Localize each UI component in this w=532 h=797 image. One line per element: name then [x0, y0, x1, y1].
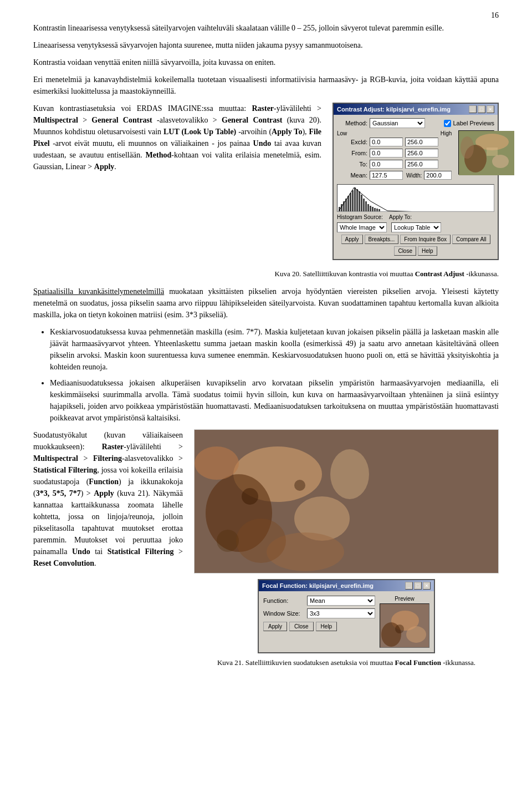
focal-help-button[interactable]: Help — [316, 622, 337, 631]
svg-rect-5 — [487, 148, 494, 156]
focal-minimize-btn[interactable]: _ — [405, 582, 413, 590]
svg-point-34 — [242, 488, 258, 505]
maximize-btn[interactable]: □ — [478, 105, 485, 113]
mean-input[interactable] — [370, 171, 403, 180]
function-row: Function: Mean — [263, 596, 375, 606]
function-select[interactable]: Mean — [307, 596, 375, 606]
paragraph-4: Eri menetelmiä ja kanavayhdistelmiä koke… — [33, 74, 499, 97]
svg-rect-16 — [359, 191, 360, 212]
titlebar-buttons: _ □ × — [469, 105, 494, 113]
svg-point-36 — [217, 530, 239, 552]
from-value-input[interactable] — [370, 149, 403, 158]
bottom-col-image: Focal Function: kilpisjarvi_eurefin.img … — [194, 429, 499, 674]
close-btn[interactable]: × — [487, 105, 494, 113]
contrast-adjust-dialog[interactable]: Contrast Adjust: kilpisjarvi_eurefin.img… — [332, 103, 499, 260]
svg-rect-18 — [363, 199, 365, 212]
svg-rect-15 — [356, 189, 358, 212]
excld-label: Excld: — [337, 139, 367, 145]
from-label: From: — [337, 150, 367, 156]
dialog-buttons-row: Apply Breakpts... From Inquire Box Compa… — [337, 235, 494, 244]
svg-point-41 — [395, 625, 404, 633]
high-label: High — [441, 130, 452, 136]
paragraph-2: Lineaarisessa venytyksessä sävyarvojen h… — [33, 39, 499, 51]
window-size-label: Window Size: — [263, 610, 305, 617]
paragraph-3: Kontrastia voidaan venyttää eniten niill… — [33, 57, 499, 68]
col-text: Kuvan kontrastiasetuksia voi ERDAS IMAGI… — [33, 103, 321, 260]
dialog-title: Contrast Adjust: kilpisjarvi_eurefin.img — [337, 106, 451, 113]
function-label: Function: — [263, 597, 305, 604]
width-label: Width: — [406, 172, 422, 179]
to-label: To: — [337, 161, 367, 167]
svg-rect-11 — [347, 196, 349, 212]
to-from-input[interactable] — [370, 160, 403, 169]
svg-rect-22 — [372, 207, 374, 212]
svg-rect-23 — [374, 208, 376, 212]
help-button[interactable]: Help — [418, 246, 437, 256]
svg-point-35 — [294, 480, 305, 491]
focal-titlebar-buttons: _ □ × — [405, 582, 431, 590]
excld-row: Excld: — [337, 138, 452, 146]
focal-apply-button[interactable]: Apply — [263, 622, 287, 631]
mean-label: Mean: — [337, 172, 367, 179]
close-button[interactable]: Close — [394, 246, 416, 256]
focal-close-button[interactable]: Close — [289, 622, 314, 631]
focal-titlebar: Focal Function: kilpisjarvi_eurefin.img … — [259, 580, 434, 591]
breakpts-button[interactable]: Breakpts... — [365, 235, 399, 244]
excld-to-input[interactable] — [405, 138, 438, 146]
preview-label: Preview — [380, 596, 429, 602]
apply-to-label: Apply To: — [389, 214, 422, 220]
svg-rect-24 — [376, 209, 378, 212]
bottom-col-text: Suodatustyökalut (kuvan väliaikaiseen mu… — [33, 429, 183, 674]
from-inquire-button[interactable]: From Inquire Box — [400, 235, 451, 244]
histogram-source-label: Histogram Source: — [337, 214, 387, 220]
focal-maximize-btn[interactable]: □ — [414, 582, 422, 590]
svg-rect-21 — [370, 206, 371, 212]
low-label: Low — [337, 130, 347, 136]
source-select[interactable]: Whole Image — [337, 222, 387, 232]
svg-rect-25 — [378, 209, 380, 212]
apply-to-select[interactable]: Lookup Table — [391, 222, 441, 232]
svg-point-40 — [406, 626, 426, 643]
to-to-input[interactable] — [405, 160, 438, 169]
contrast-description: Kuvan kontrastiasetuksia voi ERDAS IMAGI… — [33, 103, 321, 172]
focal-close-btn[interactable]: × — [423, 582, 431, 590]
width-input[interactable] — [424, 171, 452, 180]
dialog-content: Method: Gaussian Label Previews Low — [334, 115, 498, 259]
svg-rect-14 — [354, 187, 356, 212]
bullet-list: Keskiarvosuodatuksessa kuvaa pehmennetää… — [50, 326, 499, 424]
dialog-buttons-row-2: Close Help — [337, 246, 494, 256]
svg-point-33 — [330, 449, 369, 499]
apply-button[interactable]: Apply — [341, 235, 363, 244]
two-col-section: Kuvan kontrastiasetuksia voi ERDAS IMAGI… — [33, 103, 499, 260]
compare-all-button[interactable]: Compare All — [452, 235, 490, 244]
to-row: To: — [337, 160, 452, 169]
excld-from-input[interactable] — [370, 138, 403, 146]
histogram-source-row: Histogram Source: Apply To: — [337, 214, 494, 220]
satellite-preview-1 — [458, 130, 494, 175]
window-size-select[interactable]: 3x3 — [307, 608, 375, 618]
focal-function-dialog[interactable]: Focal Function: kilpisjarvi_eurefin.img … — [258, 579, 435, 653]
minimize-btn[interactable]: _ — [469, 105, 477, 113]
caption-20: Kuva 20. Satelliittikuvan kontrastia voi… — [33, 269, 499, 279]
method-row: Method: Gaussian Label Previews — [337, 118, 494, 128]
svg-rect-19 — [365, 201, 367, 212]
svg-point-4 — [461, 136, 474, 159]
source-select-row: Whole Image Lookup Table — [337, 222, 494, 232]
histogram — [337, 184, 494, 212]
svg-point-30 — [195, 446, 239, 480]
method-select[interactable]: Gaussian — [370, 118, 425, 128]
label-previews-checkbox[interactable] — [444, 120, 451, 127]
satellite-image-2 — [194, 429, 499, 573]
suodatus-paragraph: Suodatustyökalut (kuvan väliaikaiseen mu… — [33, 429, 183, 569]
focal-dialog-title: Focal Function: kilpisjarvi_eurefin.img — [262, 582, 374, 589]
focal-preview — [380, 603, 429, 648]
focal-left-panel: Function: Mean Window Size: 3x3 — [263, 596, 375, 648]
bottom-two-col: Suodatustyökalut (kuvan väliaikaiseen mu… — [33, 429, 499, 674]
focal-right-panel: Preview — [380, 596, 429, 648]
spatial-paragraph: Spatiaalisilla kuvankäsittelymenetelmill… — [33, 286, 499, 321]
from-to-input[interactable] — [405, 149, 438, 158]
focal-buttons: Apply Close Help — [263, 622, 375, 631]
mean-row: Mean: Width: — [337, 171, 452, 180]
col-image-dialog1: Contrast Adjust: kilpisjarvi_eurefin.img… — [332, 103, 499, 260]
label-previews-text: Label Previews — [453, 120, 494, 126]
